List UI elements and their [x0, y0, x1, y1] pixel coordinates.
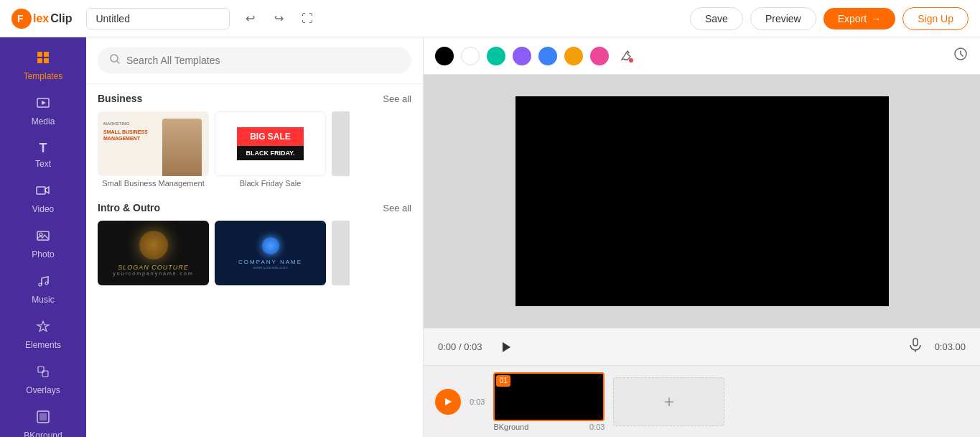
sidebar-item-video[interactable]: Video: [0, 176, 86, 221]
sidebar-item-bkground[interactable]: BKground: [0, 402, 86, 437]
timeline-play-button[interactable]: [435, 389, 461, 415]
project-title-input[interactable]: [86, 8, 230, 29]
color-swatch-purple[interactable]: [513, 47, 531, 65]
color-swatch-white[interactable]: [461, 47, 480, 65]
color-toolbar: [424, 37, 980, 75]
mic-button[interactable]: [907, 337, 923, 356]
logo-text: lex: [33, 12, 49, 25]
svg-rect-8: [37, 187, 45, 194]
clip-thumb-1: 01: [493, 372, 605, 421]
sidebar-overlays-label: Overlays: [26, 385, 60, 395]
intro-outro-see-all[interactable]: See all: [383, 203, 411, 213]
music-icon: [36, 274, 50, 292]
clip-badge-1: 01: [496, 375, 510, 387]
timeline-clip-1[interactable]: 01 BKground 0:03: [493, 372, 605, 431]
panel-search-area: [86, 37, 423, 84]
canvas-area: [424, 75, 980, 328]
sidebar: Templates Media T Text Video: [0, 37, 86, 437]
text-icon: T: [39, 141, 47, 156]
svg-rect-3: [44, 52, 49, 57]
sidebar-item-templates[interactable]: Templates: [0, 43, 86, 88]
search-box: [98, 47, 411, 73]
timeline-time-group: 0:03: [470, 397, 485, 406]
svg-rect-17: [39, 413, 47, 420]
export-button[interactable]: Export →: [823, 8, 895, 29]
fullscreen-button[interactable]: ⛶: [296, 7, 319, 30]
main-layout: Templates Media T Text Video: [0, 37, 980, 437]
svg-rect-15: [42, 371, 48, 377]
sidebar-music-label: Music: [32, 295, 54, 305]
intro-company-text: COMPANY NAME: [238, 259, 302, 265]
template-partial-intro-3[interactable]: [332, 221, 350, 285]
elements-icon: [36, 319, 50, 337]
redo-button[interactable]: ↪: [267, 7, 290, 30]
template-intro-2[interactable]: COMPANY NAME www.yoursite.com: [215, 221, 326, 285]
panel-content: Business See all MARKETING SMALL BUSINES…: [86, 84, 423, 437]
sidebar-item-music[interactable]: Music: [0, 267, 86, 312]
media-icon: [36, 96, 50, 114]
right-area: 0:00 / 0:03 0:03.00: [424, 37, 980, 437]
topbar: F lexClip ↩ ↪ ⛶ Save Preview Export → Si…: [0, 0, 980, 37]
sidebar-item-elements[interactable]: Elements: [0, 312, 86, 357]
business-title: Business: [98, 93, 142, 104]
duration-label: 0:03.00: [935, 341, 966, 352]
intro-company-sub: www.yoursite.com: [253, 265, 287, 270]
intro-sub-1: yourcompanyname.com: [113, 271, 194, 276]
templates-panel: Business See all MARKETING SMALL BUSINES…: [86, 37, 424, 437]
svg-rect-23: [913, 339, 918, 346]
svg-point-10: [39, 233, 42, 236]
save-button[interactable]: Save: [690, 7, 743, 30]
bkground-icon: [36, 410, 50, 428]
logo: F lexClip: [11, 9, 72, 29]
template-black-friday[interactable]: BIG SALE BLACK FRIDAY. Black Friday Sale: [215, 111, 326, 188]
timeline-time-label: 0:03: [470, 397, 485, 406]
color-swatch-blue[interactable]: [538, 47, 557, 65]
photo-icon: [36, 229, 50, 247]
topbar-icons: ↩ ↪ ⛶: [238, 7, 319, 30]
svg-point-12: [45, 282, 48, 285]
template-label-1: Small Business Management: [98, 179, 209, 188]
sidebar-item-media[interactable]: Media: [0, 88, 86, 134]
svg-marker-7: [42, 101, 46, 105]
fill-tool-button[interactable]: [616, 45, 638, 67]
template-partial-3[interactable]: [332, 111, 350, 188]
search-input[interactable]: [126, 55, 400, 66]
color-swatch-black[interactable]: [435, 47, 454, 65]
undo-button[interactable]: ↩: [238, 7, 261, 30]
svg-rect-4: [37, 58, 42, 63]
sidebar-media-label: Media: [32, 116, 55, 126]
sidebar-item-text[interactable]: T Text: [0, 134, 86, 176]
play-button[interactable]: [494, 336, 517, 359]
add-clip-button[interactable]: +: [613, 377, 724, 426]
business-see-all[interactable]: See all: [383, 93, 411, 104]
sidebar-item-overlays[interactable]: Overlays: [0, 357, 86, 402]
svg-marker-22: [503, 342, 510, 352]
intro-outro-title: Intro & Outro: [98, 202, 160, 213]
history-icon[interactable]: [953, 46, 969, 65]
timeline: 0:03 01 BKground 0:03 +: [424, 365, 980, 437]
biz-text-overlay: MARKETING SMALL BUSINESS MANAGEMENT: [103, 121, 148, 142]
signup-button[interactable]: Sign Up: [902, 7, 969, 30]
preview-button[interactable]: Preview: [750, 7, 816, 30]
color-swatch-amber[interactable]: [564, 47, 583, 65]
business-templates-grid: MARKETING SMALL BUSINESS MANAGEMENT Smal…: [98, 111, 411, 188]
intro-text-1: SLOGAN COUTURE: [118, 264, 189, 271]
template-small-business[interactable]: MARKETING SMALL BUSINESS MANAGEMENT Smal…: [98, 111, 209, 188]
sidebar-item-photo[interactable]: Photo: [0, 221, 86, 267]
svg-text:F: F: [17, 13, 24, 24]
template-label-2: Black Friday Sale: [215, 179, 326, 188]
search-icon: [109, 53, 121, 68]
color-swatch-pink[interactable]: [590, 47, 609, 65]
clip-duration-1: 0:03: [589, 423, 605, 431]
sidebar-video-label: Video: [32, 204, 54, 214]
business-section-header: Business See all: [98, 93, 411, 104]
intro-outro-templates-grid: SLOGAN COUTURE yourcompanyname.com COMPA…: [98, 221, 411, 285]
clip-label-1: BKground: [493, 423, 528, 431]
playback-bar: 0:00 / 0:03 0:03.00: [424, 328, 980, 365]
templates-icon: [36, 50, 50, 68]
color-swatch-teal[interactable]: [487, 47, 505, 65]
sidebar-photo-label: Photo: [32, 249, 54, 259]
template-intro-1[interactable]: SLOGAN COUTURE yourcompanyname.com: [98, 221, 209, 285]
video-icon: [36, 183, 50, 201]
current-time: 0:00 / 0:03: [438, 341, 482, 352]
